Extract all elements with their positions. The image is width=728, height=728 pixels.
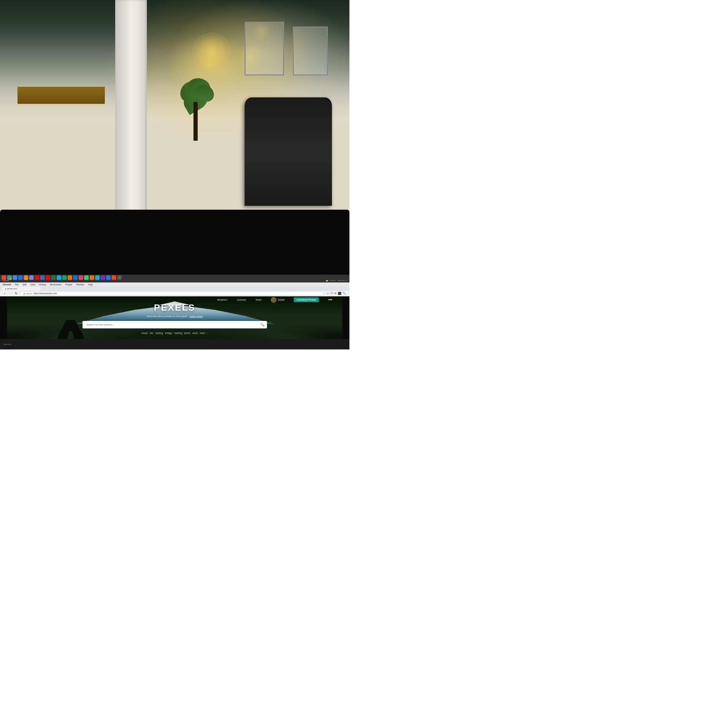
menu-view[interactable]: View <box>31 283 35 286</box>
user-avatar: 👤 <box>271 297 277 303</box>
gmail-icon[interactable] <box>2 275 6 280</box>
app14-icon[interactable] <box>106 275 111 280</box>
tab-title: pexels.com <box>7 288 17 290</box>
tagline-link[interactable]: Learn more <box>190 315 203 318</box>
pexels-hero-content: PEXELS Best free stock photos in one pla… <box>7 303 343 334</box>
tag-blur[interactable]: blur <box>150 332 154 334</box>
pinterest-icon[interactable]: P <box>335 292 336 295</box>
app-icons-row: ✕ <box>0 275 349 280</box>
tag-house[interactable]: house <box>142 332 148 334</box>
ext1-icon[interactable]: ⬛ <box>338 292 341 295</box>
discord-icon[interactable] <box>29 275 34 280</box>
menu-help[interactable]: Help <box>88 283 93 286</box>
pexels-logo: PEXELS <box>154 303 196 313</box>
taskbar: Searches <box>0 339 349 349</box>
taskbar-label: Searches <box>3 343 11 345</box>
active-tab[interactable]: ● pexels.com <box>2 287 40 291</box>
window-frame-1 <box>245 22 284 75</box>
app9-icon[interactable] <box>79 275 83 280</box>
back-button[interactable]: ← <box>3 292 6 295</box>
chrome-tabs-bar: ● pexels.com <box>0 287 349 291</box>
nav-tools[interactable]: Tools <box>255 298 262 301</box>
app11-icon[interactable] <box>90 275 94 280</box>
menu-bookmarks[interactable]: Bookmarks <box>50 283 61 286</box>
nav-user: 👤 Daniel <box>271 297 284 303</box>
tag-wood[interactable]: wood <box>193 332 198 334</box>
shield-icon[interactable]: 🛡 <box>330 292 333 295</box>
toolbar-icons: ☆ 🛡 P ⬛ 🔧 <box>326 292 346 295</box>
star-icon[interactable]: ☆ <box>326 292 329 295</box>
browse-label: Browse <box>217 298 226 301</box>
secure-badge: 🔒 Secure <box>23 292 32 294</box>
plant <box>175 76 217 141</box>
excel-icon[interactable] <box>51 275 56 280</box>
window-frame-2 <box>293 26 328 75</box>
pillar <box>115 0 147 217</box>
app5-icon[interactable] <box>40 275 44 280</box>
menu-file[interactable]: File <box>15 283 18 286</box>
nav-username: Daniel <box>278 299 284 301</box>
tagline-text: Best free stock photos in one place. <box>147 315 188 318</box>
nav-license[interactable]: License <box>237 298 246 301</box>
menu-history[interactable]: History <box>39 283 46 286</box>
tag-more[interactable]: more → <box>200 332 208 334</box>
url-bar[interactable]: 🔒 Secure https://www.pexels.com <box>20 291 324 295</box>
tag-vintage[interactable]: vintage <box>165 332 173 334</box>
refresh-button[interactable]: ↻ <box>15 292 17 295</box>
search-input[interactable] <box>83 321 267 329</box>
calendar2-icon[interactable] <box>18 275 23 280</box>
tab-favicon: ● <box>5 288 6 290</box>
contribute-photos-button[interactable]: Contribute Photos <box>294 297 319 302</box>
app13-icon[interactable] <box>101 275 105 280</box>
search-button[interactable]: 🔍 <box>260 323 265 326</box>
browse-chevron-icon: ▾ <box>226 299 228 301</box>
app7-icon[interactable] <box>67 275 72 280</box>
secure-label: Secure <box>26 292 32 294</box>
tag-phone[interactable]: phone <box>184 332 190 334</box>
menu-people[interactable]: People <box>65 283 72 286</box>
plant-stem <box>193 102 198 141</box>
nav-browse[interactable]: Browse ▾ <box>217 298 228 301</box>
app12-icon[interactable] <box>95 275 99 280</box>
app10-icon[interactable] <box>84 275 89 280</box>
menu-edit[interactable]: Edit <box>23 283 26 286</box>
chair <box>245 97 332 206</box>
chrome-menu-bar: Chrome File Edit View History Bookmarks … <box>0 283 349 287</box>
url-text: https://www.pexels.com <box>33 292 57 294</box>
youtube-icon[interactable] <box>46 275 50 280</box>
nav-more-button[interactable]: ••• <box>329 298 333 302</box>
menu-window[interactable]: Window <box>76 283 84 286</box>
lock-icon: 🔒 <box>23 292 25 294</box>
chrome-label-2: Chrome <box>3 283 11 286</box>
firefox-icon[interactable] <box>24 275 28 280</box>
search-container: 🔍 <box>83 321 267 329</box>
forward-button[interactable]: → <box>9 292 12 295</box>
desk <box>17 87 105 104</box>
app15-icon[interactable] <box>112 275 116 280</box>
pexels-tagline: Best free stock photos in one place. Lea… <box>147 315 203 318</box>
ext2-icon[interactable]: 🔧 <box>343 292 346 295</box>
address-bar-row: ← → ↻ 🔒 Secure https://www.pexels.com ☆ … <box>0 291 349 297</box>
laptop-bezel: hrome 📶 100 % Wed 16:15 ✕ Chrome F <box>0 210 349 349</box>
acrobat-icon[interactable] <box>35 275 39 280</box>
calendar-icon[interactable] <box>12 275 17 280</box>
bokeh-light-1 <box>192 32 231 71</box>
avatar-icon: 👤 <box>272 299 275 301</box>
office-background <box>0 0 349 217</box>
tag-meeting[interactable]: meeting <box>174 332 182 334</box>
medium-icon[interactable] <box>62 275 67 280</box>
search-tags: house blur training vintage meeting phon… <box>142 332 208 334</box>
drive-icon[interactable] <box>7 275 12 280</box>
close-icon[interactable]: ✕ <box>117 275 122 280</box>
tag-training[interactable]: training <box>156 332 163 334</box>
app8-icon[interactable] <box>73 275 78 280</box>
app6-icon[interactable] <box>57 275 61 280</box>
